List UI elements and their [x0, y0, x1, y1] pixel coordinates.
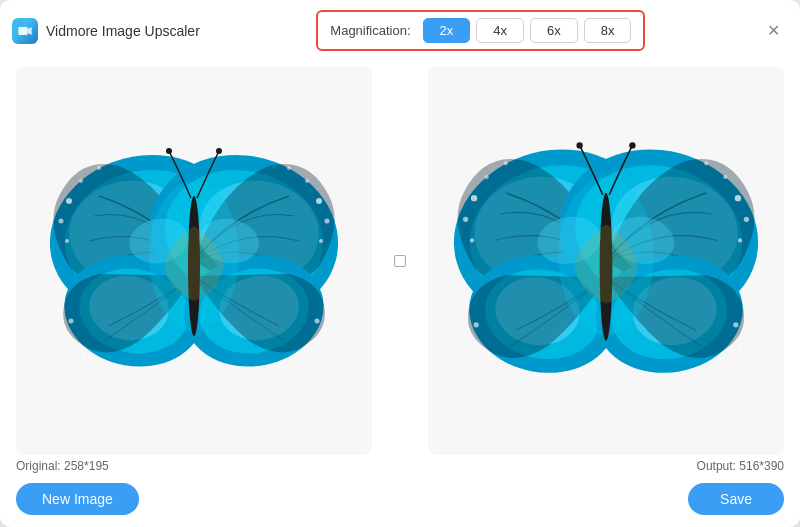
- svg-point-19: [316, 198, 322, 204]
- magnification-bar: Magnification: 2x 4x 6x 8x: [316, 10, 645, 51]
- mag-btn-2x[interactable]: 2x: [423, 18, 471, 43]
- divider-area: [388, 67, 412, 455]
- original-image-panel: [16, 67, 372, 455]
- svg-point-66: [576, 142, 582, 148]
- footer-info: Original: 258*195 Output: 516*390: [0, 455, 800, 475]
- save-button[interactable]: Save: [688, 483, 784, 515]
- svg-point-9: [97, 166, 101, 170]
- svg-point-39: [471, 195, 477, 201]
- svg-point-14: [65, 339, 69, 343]
- svg-point-27: [315, 319, 320, 324]
- svg-point-21: [319, 239, 323, 243]
- svg-point-55: [738, 238, 742, 242]
- svg-point-56: [723, 174, 727, 178]
- svg-point-43: [504, 161, 508, 165]
- output-size-label: Output: 516*390: [697, 459, 784, 473]
- mag-btn-6x[interactable]: 6x: [530, 18, 578, 43]
- svg-point-29: [302, 352, 306, 356]
- svg-point-47: [474, 322, 479, 327]
- svg-point-40: [463, 216, 468, 221]
- mag-btn-8x[interactable]: 8x: [584, 18, 632, 43]
- compare-checkbox[interactable]: [394, 255, 406, 267]
- mag-label: Magnification:: [330, 23, 410, 38]
- svg-point-42: [485, 174, 489, 178]
- app-title: Vidmore Image Upscaler: [46, 23, 200, 39]
- svg-point-13: [69, 319, 74, 324]
- output-image-panel: [428, 67, 784, 455]
- svg-point-8: [79, 179, 83, 183]
- svg-point-63: [720, 357, 724, 361]
- close-button[interactable]: ✕: [762, 20, 784, 42]
- bottombar: New Image Save: [0, 475, 800, 527]
- original-butterfly: [16, 67, 372, 455]
- svg-rect-0: [18, 27, 27, 35]
- svg-point-6: [59, 219, 64, 224]
- svg-point-57: [704, 161, 708, 165]
- svg-point-5: [66, 198, 72, 204]
- output-butterfly: [428, 67, 784, 455]
- svg-point-49: [488, 357, 492, 361]
- svg-point-62: [738, 343, 742, 347]
- main-content: [0, 57, 800, 455]
- original-size-label: Original: 258*195: [16, 459, 109, 473]
- svg-point-15: [82, 352, 86, 356]
- mag-btn-4x[interactable]: 4x: [476, 18, 524, 43]
- svg-point-32: [166, 148, 172, 154]
- svg-point-53: [735, 195, 741, 201]
- app-window: Vidmore Image Upscaler Magnification: 2x…: [0, 0, 800, 527]
- svg-point-61: [733, 322, 738, 327]
- svg-point-54: [744, 216, 749, 221]
- titlebar-left: Vidmore Image Upscaler: [12, 18, 200, 44]
- svg-point-33: [216, 148, 222, 154]
- svg-point-22: [305, 179, 309, 183]
- app-logo: [12, 18, 38, 44]
- titlebar: Vidmore Image Upscaler Magnification: 2x…: [0, 0, 800, 57]
- svg-marker-1: [28, 27, 32, 35]
- svg-point-20: [325, 219, 330, 224]
- svg-point-23: [287, 166, 291, 170]
- svg-point-67: [629, 142, 635, 148]
- new-image-button[interactable]: New Image: [16, 483, 139, 515]
- svg-point-41: [470, 238, 474, 242]
- svg-point-28: [319, 339, 323, 343]
- svg-point-7: [65, 239, 69, 243]
- svg-point-48: [470, 343, 474, 347]
